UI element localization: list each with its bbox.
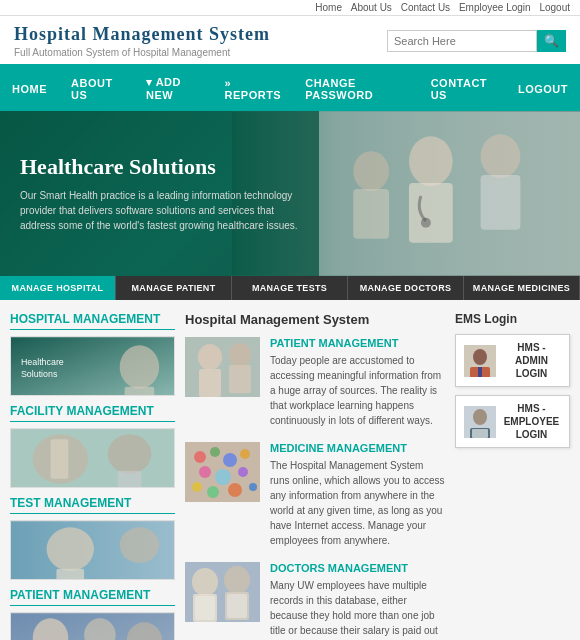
svg-point-58 [473, 349, 487, 365]
sidebar-hospital-img: Healthcare Solutions [10, 336, 175, 396]
svg-point-62 [473, 409, 487, 425]
patient-desc: Today people are accustomed to accessing… [270, 353, 445, 428]
center-content: Hospital Management System Patient Manag… [185, 312, 445, 640]
ems-login: EMS Login HMS - ADMIN LOGIN [455, 312, 570, 640]
center-title: Hospital Management System [185, 312, 445, 327]
topbar-home-link[interactable]: Home [315, 2, 342, 13]
search-button[interactable]: 🔍 [537, 30, 566, 52]
site-title: Hospital Management System [14, 24, 270, 45]
hero-title: Healthcare Solutions [20, 154, 299, 180]
sidebar-test-label: Test Management [10, 496, 175, 514]
svg-point-40 [210, 447, 220, 457]
medicine-desc: The Hospital Management System runs onli… [270, 458, 445, 548]
doctors-desc: Many UW employees have multiple records … [270, 578, 445, 640]
medicine-management-block: Medicine Management The Hospital Managem… [185, 442, 445, 548]
svg-rect-56 [227, 594, 247, 618]
hero-tab-manage-patient[interactable]: MANAGE PATIENT [116, 276, 232, 300]
svg-rect-55 [195, 596, 215, 620]
hero-overlay: Healthcare Solutions Our Smart Health pr… [0, 111, 319, 276]
svg-point-22 [47, 527, 94, 570]
ems-employee-label: HMS - EMPLOYEE LOGIN [502, 402, 561, 441]
hero-tab-manage-medicines[interactable]: MANAGE MEDICINES [464, 276, 580, 300]
medicine-img [185, 442, 260, 502]
patient-heading: Patient Management [270, 337, 445, 349]
doctors-heading: Doctors Management [270, 562, 445, 574]
svg-point-44 [215, 469, 231, 485]
top-bar: Home About Us Contact Us Employee Login … [0, 0, 580, 16]
svg-point-53 [224, 566, 250, 594]
hero-tab-manage-tests[interactable]: MANAGE TESTS [232, 276, 348, 300]
svg-point-13 [120, 345, 160, 388]
svg-rect-37 [229, 365, 251, 393]
svg-rect-35 [199, 369, 221, 397]
ems-admin-icon [464, 345, 496, 377]
svg-point-46 [192, 482, 202, 492]
patient-img [185, 337, 260, 397]
nav-aboutus[interactable]: ABOUT US [59, 67, 134, 111]
svg-point-43 [199, 466, 211, 478]
hero-tab-manage-doctors[interactable]: MANAGE DOCTORS [348, 276, 464, 300]
patient-text: Patient Management Today people are accu… [270, 337, 445, 428]
medicine-heading: Medicine Management [270, 442, 445, 454]
svg-point-41 [223, 453, 237, 467]
nav-reports[interactable]: » REPORTS [213, 67, 294, 111]
svg-rect-14 [125, 387, 155, 396]
svg-rect-5 [481, 175, 521, 230]
svg-text:Solutions: Solutions [21, 369, 58, 379]
ems-employee-login-button[interactable]: HMS - EMPLOYEE LOGIN [455, 395, 570, 448]
nav-contactus[interactable]: CONTACT US [419, 67, 506, 111]
sidebar-patient-img [10, 612, 175, 640]
svg-point-34 [198, 344, 222, 370]
ems-admin-login-button[interactable]: HMS - ADMIN LOGIN [455, 334, 570, 387]
svg-point-6 [421, 218, 431, 228]
svg-point-18 [108, 434, 151, 474]
doctors-text: Doctors Management Many UW employees hav… [270, 562, 445, 640]
search-input[interactable] [387, 30, 537, 52]
site-subtitle: Full Automation System of Hospital Manag… [14, 47, 270, 58]
nav-logout[interactable]: LOGOUT [506, 73, 580, 105]
ems-admin-label: HMS - ADMIN LOGIN [502, 341, 561, 380]
hero-tabs: MANAGE HOSPITAL MANAGE PATIENT MANAGE TE… [0, 276, 580, 300]
svg-rect-17 [51, 439, 69, 479]
sidebar-patient-label: Patient Management [10, 588, 175, 606]
svg-point-2 [409, 136, 453, 186]
svg-rect-23 [56, 569, 84, 580]
hero-description: Our Smart Health practice is a leading i… [20, 188, 299, 233]
topbar-logout-link[interactable]: Logout [539, 2, 570, 13]
header: Hospital Management System Full Automati… [0, 16, 580, 66]
patient-management-block: Patient Management Today people are accu… [185, 337, 445, 428]
doctors-img [185, 562, 260, 622]
svg-point-7 [353, 151, 389, 191]
svg-point-51 [192, 568, 218, 596]
medicine-text: Medicine Management The Hospital Managem… [270, 442, 445, 548]
svg-rect-3 [409, 183, 453, 243]
main-content: Hospital Management Healthcare Solutions… [0, 300, 580, 640]
svg-rect-19 [118, 471, 142, 488]
hero-banner: Healthcare Solutions Our Smart Health pr… [0, 111, 580, 276]
sidebar-title: Hospital Management [10, 312, 175, 330]
topbar-employeelogin-link[interactable]: Employee Login [459, 2, 531, 13]
svg-rect-8 [353, 189, 389, 239]
svg-point-4 [481, 134, 521, 178]
sidebar-test-img [10, 520, 175, 580]
svg-point-42 [240, 449, 250, 459]
nav-home[interactable]: HOME [0, 73, 59, 105]
svg-point-24 [120, 527, 160, 563]
nav-changepassword[interactable]: CHANGE PASSWORD [293, 67, 418, 111]
svg-rect-60 [478, 367, 482, 377]
search-box: 🔍 [387, 30, 566, 52]
ems-title: EMS Login [455, 312, 570, 326]
nav: HOME ABOUT US ▾ ADD NEW » REPORTS CHANGE… [0, 66, 580, 111]
sidebar: Hospital Management Healthcare Solutions… [10, 312, 175, 640]
svg-rect-64 [472, 429, 488, 438]
svg-point-39 [194, 451, 206, 463]
svg-point-36 [229, 343, 251, 367]
nav-addnew[interactable]: ▾ ADD NEW [134, 66, 213, 111]
hero-tab-manage-hospital[interactable]: MANAGE HOSPITAL [0, 276, 116, 300]
sidebar-facility-img [10, 428, 175, 488]
svg-point-45 [238, 467, 248, 477]
topbar-contactus-link[interactable]: Contact Us [401, 2, 450, 13]
topbar-aboutus-link[interactable]: About Us [351, 2, 392, 13]
svg-text:Healthcare: Healthcare [21, 357, 64, 367]
svg-point-49 [249, 483, 257, 491]
